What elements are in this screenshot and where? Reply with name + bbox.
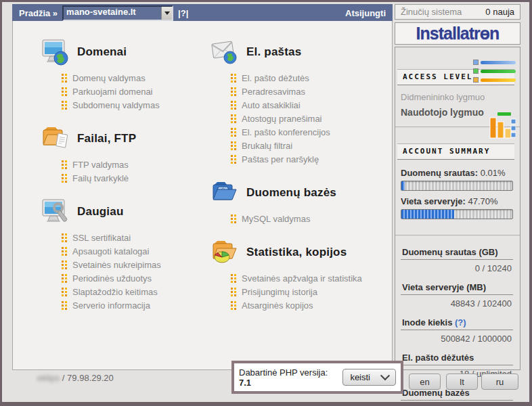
section-domenai: DomenaiDomenų valdymasParkuojami domenai… [41,37,207,112]
help-link[interactable]: |?| [178,8,188,18]
section-title: El. paštas [246,45,301,59]
section-items: MySQL valdymas [231,212,392,225]
hosting-panel-window: Pradžia » mano-svetaine.lt |?| Atsijungt… [0,0,532,406]
progress-fill [401,181,405,190]
installatron-logo: Installatrɵn [416,24,500,43]
domain-select[interactable]: mano-svetaine.lt [62,5,173,21]
message-count-badge: 0 nauja [485,7,514,17]
top-bar: Pradžia » mano-svetaine.lt |?| Atsijungt… [12,4,393,22]
bullet-dots-icon [62,250,64,252]
host-redacted: eklips [37,373,60,383]
menu-item[interactable]: Apsaugoti katalogai [62,244,207,258]
php-version-label: Dabartinė PHP versija: 7.1 [239,367,336,388]
main-column-left: DomenaiDomenų valdymasParkuojami domenai… [41,37,207,324]
menu-item[interactable]: El. pašto dėžutės [231,71,392,85]
menu-item[interactable]: Atsarginės kopijos [231,298,392,312]
folder-home-icon [210,178,240,208]
bullet-dots-icon [62,264,64,266]
section-daugiau: DaugiauSSL sertifikataiApsaugoti katalog… [41,197,207,312]
bullet-dots-icon [62,164,64,166]
menu-item-label: Periodinės užduotys [72,273,152,284]
menu-item-label: El. pašto konferencijos [242,127,330,137]
bullet-dots-icon [62,237,64,239]
menu-item[interactable]: SSL sertifikatai [62,231,207,244]
menu-item[interactable]: Auto atsakikliai [231,98,392,112]
usage-label: Vieta serveryje: 47.70% [401,196,513,206]
bullet-dots-icon [231,304,233,307]
bullet-dots-icon [62,277,64,279]
bullet-dots-icon [62,77,64,79]
stat-row: Inode kiekis (?)500842 / 1000000 [401,317,513,344]
language-button-lt[interactable]: lt [446,374,478,390]
menu-item[interactable]: Prisijungimų istorija [231,285,392,298]
section-header: Daugiau [41,197,207,227]
menu-item[interactable]: Parkuojami domenai [62,85,207,98]
menu-item-label: Brukalų filtrai [242,141,292,151]
usage-meter: Vieta serveryje: 47.70% [401,196,513,219]
menu-item-label: Serverio informacija [72,300,150,311]
menu-item-label: Svetainės apžvalga ir statistika [242,273,362,284]
menu-item[interactable]: Periodinės užduotys [62,271,207,285]
php-change-label: keisti [350,372,370,382]
bullet-dots-icon [62,177,64,179]
select-arrow-icon[interactable] [161,7,172,20]
menu-item[interactable]: Peradresavimas [231,85,392,98]
menu-item[interactable]: Domenų valdymas [62,71,207,85]
bullet-dots-icon [231,131,233,133]
menu-item[interactable]: Serverio informacija [62,298,207,312]
menu-item[interactable]: Failų tvarkyklė [62,171,207,185]
menu-item-label: El. pašto dėžutės [242,73,309,83]
menu-item-label: MySQL valdymas [242,214,310,224]
stat-row: Duomenų bazės34 / unlimited [401,388,513,406]
menu-item[interactable]: Atostogų pranešimai [231,112,392,125]
menu-item-label: FTP valdymas [72,160,129,170]
menu-item-label: Svetainės nukreipimas [72,260,161,270]
bullet-dots-icon [62,104,64,106]
help-link[interactable]: (?) [452,317,466,328]
menu-item-label: Domenų valdymas [72,73,146,83]
menu-item-label: Slaptažodžio keitimas [72,287,158,297]
section-items: FTP valdymasFailų tvarkyklė [62,158,207,185]
bullet-dots-icon [231,77,233,79]
message-system-box[interactable]: Žinučių sistema 0 nauja [395,4,520,20]
language-button-en[interactable]: en [409,374,441,390]
menu-item[interactable]: Subdomenų valdymas [62,98,207,112]
bullet-dots-icon [231,145,233,147]
menu-item[interactable]: MySQL valdymas [231,212,392,225]
language-button-ru[interactable]: ru [481,374,518,390]
progress-fill [401,210,454,219]
section-failai-ftp: Failai, FTPFTP valdymasFailų tvarkyklė [41,124,207,185]
folder-file-icon [41,124,71,154]
bullet-dots-icon [231,291,233,293]
menu-item-label: Prisijungimų istorija [242,287,317,297]
menu-item[interactable]: Svetainės nukreipimas [62,258,207,271]
menu-item[interactable]: Paštas per naršyklę [231,152,392,166]
section-el-pastas: El. paštasEl. pašto dėžutėsPeradresavima… [210,37,392,166]
stat-value: 48843 / 102400 [401,295,513,309]
php-version-value: 7.1 [239,378,251,388]
menu-item-label: Failų tvarkyklė [72,173,129,183]
installatron-banner[interactable]: Installatrɵn [395,22,520,45]
section-items: El. pašto dėžutėsPeradresavimasAuto atsa… [231,71,392,166]
menu-item-label: Apsaugoti katalogai [72,246,149,256]
menu-item[interactable]: Slaptažodžio keitimas [62,285,207,298]
logout-button[interactable]: Atsijungti [345,8,386,18]
menu-item[interactable]: El. pašto konferencijos [231,125,392,139]
progress-bar [401,209,513,219]
bullet-dots-icon [231,118,233,120]
menu-item-label: Auto atsakikliai [242,100,301,110]
monitor-globe-icon [41,37,71,67]
section-header: Domenai [41,37,207,67]
server-ip: 79.98.29.20 [67,373,114,383]
section-title: Duomenų bazės [246,186,336,200]
menu-item-label: SSL sertifikatai [72,233,131,243]
menu-item[interactable]: Brukalų filtrai [231,139,392,152]
menu-item-label: Parkuojami domenai [72,87,153,97]
bullet-dots-icon [62,91,64,93]
usage-meter: Duomenų srautas: 0.01% [401,168,513,191]
php-change-dropdown[interactable]: keisti [342,369,396,386]
access-level-link[interactable]: Didmenininko lygmuo [401,92,513,102]
progress-bar [401,181,513,191]
menu-item[interactable]: Svetainės apžvalga ir statistika [231,271,392,285]
menu-item[interactable]: FTP valdymas [62,158,207,171]
